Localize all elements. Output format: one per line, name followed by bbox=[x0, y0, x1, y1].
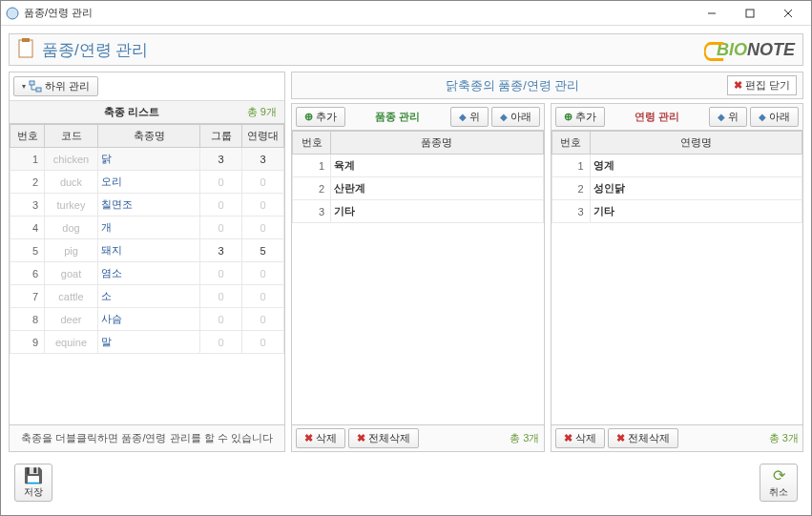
brand-logo: BIONOTE bbox=[699, 40, 795, 60]
age-down-button[interactable]: ◆아래 bbox=[750, 107, 799, 127]
table-row[interactable]: 6goat염소00 bbox=[10, 262, 284, 285]
breed-footer: ✖삭제 ✖전체삭제 총 3개 bbox=[292, 424, 544, 451]
age-grid[interactable]: 번호 연령명 1영계2성인닭3기타 bbox=[552, 131, 803, 424]
age-footer: ✖삭제 ✖전체삭제 총 3개 bbox=[552, 424, 803, 451]
breed-title: 품종 관리 bbox=[375, 110, 420, 124]
x-icon: ✖ bbox=[616, 432, 625, 444]
page-title-icon bbox=[17, 38, 36, 61]
bottom-bar: 💾 저장 ⟳ 취소 bbox=[9, 458, 803, 507]
page-title-text: 품종/연령 관리 bbox=[42, 39, 148, 61]
breed-up-button[interactable]: ◆위 bbox=[450, 107, 489, 127]
breed-toolbar: ⊕추가 품종 관리 ◆위 ◆아래 bbox=[292, 104, 544, 131]
save-button[interactable]: 💾 저장 bbox=[14, 464, 52, 502]
x-icon: ✖ bbox=[304, 432, 313, 444]
titlebar: 품종/연령 관리 bbox=[1, 1, 811, 26]
x-icon: ✖ bbox=[357, 432, 365, 444]
table-row[interactable]: 9equine말00 bbox=[10, 331, 284, 354]
col-group[interactable]: 그룹 bbox=[200, 125, 242, 148]
breed-delete-button[interactable]: ✖삭제 bbox=[296, 428, 345, 448]
sub-panels: ⊕추가 품종 관리 ◆위 ◆아래 번호 품종명 1육계2산란계3기타 bbox=[291, 103, 803, 452]
col-code[interactable]: 코드 bbox=[45, 125, 98, 148]
age-add-button[interactable]: ⊕추가 bbox=[555, 107, 605, 127]
breed-delete-all-button[interactable]: ✖전체삭제 bbox=[348, 428, 419, 448]
refresh-icon: ⟳ bbox=[773, 466, 785, 485]
breed-panel: ⊕추가 품종 관리 ◆위 ◆아래 번호 품종명 1육계2산란계3기타 bbox=[291, 103, 545, 452]
close-button[interactable] bbox=[769, 2, 807, 25]
tree-icon bbox=[29, 80, 42, 93]
breed-count: 총 3개 bbox=[510, 431, 539, 445]
age-delete-all-button[interactable]: ✖전체삭제 bbox=[608, 428, 678, 448]
table-row[interactable]: 3turkey칠면조00 bbox=[10, 194, 284, 217]
age-up-button[interactable]: ◆위 bbox=[709, 107, 747, 127]
table-row[interactable]: 3기타 bbox=[552, 200, 802, 223]
table-row[interactable]: ▶1chicken닭33 bbox=[10, 148, 284, 171]
minimize-button[interactable] bbox=[693, 2, 731, 25]
table-row[interactable]: 2duck오리00 bbox=[10, 171, 284, 194]
age-count: 총 3개 bbox=[769, 431, 799, 445]
content: 품종/연령 관리 BIONOTE ▾ 하위 관리 축종 리스트 총 9개 bbox=[1, 26, 811, 515]
table-row[interactable]: 2성인닭 bbox=[552, 177, 802, 200]
table-row[interactable]: 7cattle소00 bbox=[10, 285, 284, 308]
table-row[interactable]: 1육계 bbox=[293, 155, 544, 177]
right-header-title: 닭축종의 품종/연령 관리 bbox=[298, 77, 727, 94]
col-no[interactable]: 번호 bbox=[10, 125, 45, 148]
window-title: 품종/연령 관리 bbox=[24, 6, 693, 20]
svg-rect-2 bbox=[746, 10, 754, 17]
col-name[interactable]: 축종명 bbox=[98, 125, 200, 148]
breed-add-button[interactable]: ⊕추가 bbox=[296, 107, 345, 127]
sub-manage-label: 하위 관리 bbox=[45, 79, 90, 93]
maximize-button[interactable] bbox=[731, 2, 769, 25]
close-edit-button[interactable]: ✖ 편집 닫기 bbox=[727, 75, 797, 95]
age-toolbar: ⊕추가 연령 관리 ◆위 ◆아래 bbox=[552, 104, 803, 131]
table-row[interactable]: 8deer사슴00 bbox=[10, 308, 284, 331]
species-title-row: 축종 리스트 총 9개 bbox=[10, 101, 284, 124]
breed-grid[interactable]: 번호 품종명 1육계2산란계3기타 bbox=[292, 131, 544, 424]
page-title: 품종/연령 관리 bbox=[17, 38, 148, 61]
app-window: 품종/연령 관리 품종/연령 관리 BIONOTE ▾ 하위 관리 bbox=[0, 0, 812, 516]
plus-icon: ⊕ bbox=[304, 111, 313, 123]
chevron-up-icon: ◆ bbox=[459, 112, 467, 122]
species-grid[interactable]: 번호 코드 축종명 그룹 연령대 ▶1chicken닭332duck오리003t… bbox=[10, 124, 284, 424]
age-col-name[interactable]: 연령명 bbox=[590, 132, 802, 155]
sub-manage-button[interactable]: ▾ 하위 관리 bbox=[13, 76, 98, 96]
species-hint: 축종을 더블클릭하면 품종/연령 관리를 할 수 있습니다 bbox=[10, 424, 284, 451]
close-icon: ✖ bbox=[734, 79, 742, 92]
dropdown-arrow-icon: ▾ bbox=[22, 82, 26, 91]
breed-col-name[interactable]: 품종명 bbox=[331, 132, 544, 155]
svg-rect-8 bbox=[36, 88, 41, 92]
breed-col-no[interactable]: 번호 bbox=[293, 132, 331, 155]
close-edit-label: 편집 닫기 bbox=[745, 78, 790, 93]
age-col-no[interactable]: 번호 bbox=[552, 132, 590, 155]
species-panel: ▾ 하위 관리 축종 리스트 총 9개 번호 코드 축종명 bbox=[9, 72, 285, 452]
main-area: ▾ 하위 관리 축종 리스트 총 9개 번호 코드 축종명 bbox=[9, 72, 803, 452]
species-list-title: 축종 리스트 bbox=[17, 105, 247, 119]
svg-rect-5 bbox=[19, 40, 32, 57]
breed-down-button[interactable]: ◆아래 bbox=[491, 107, 540, 127]
sub-toolbar: ▾ 하위 관리 bbox=[10, 72, 284, 101]
table-row[interactable]: 3기타 bbox=[293, 200, 544, 223]
age-title: 연령 관리 bbox=[635, 110, 679, 124]
x-icon: ✖ bbox=[564, 432, 573, 444]
svg-rect-6 bbox=[22, 38, 30, 42]
header-row: 품종/연령 관리 BIONOTE bbox=[9, 33, 803, 66]
chevron-down-icon: ◆ bbox=[759, 112, 766, 122]
table-row[interactable]: 4dog개00 bbox=[10, 217, 284, 239]
svg-point-0 bbox=[7, 8, 18, 19]
table-row[interactable]: 5pig돼지35 bbox=[10, 239, 284, 262]
age-delete-button[interactable]: ✖삭제 bbox=[555, 428, 605, 448]
chevron-down-icon: ◆ bbox=[500, 112, 508, 122]
age-panel: ⊕추가 연령 관리 ◆위 ◆아래 번호 연령명 1영계2성인닭3기타 bbox=[551, 103, 804, 452]
cancel-button[interactable]: ⟳ 취소 bbox=[760, 464, 798, 502]
col-age[interactable]: 연령대 bbox=[242, 125, 284, 148]
species-count: 총 9개 bbox=[247, 105, 277, 119]
right-panel: 닭축종의 품종/연령 관리 ✖ 편집 닫기 ⊕추가 품종 관리 ◆위 bbox=[291, 72, 803, 452]
save-icon: 💾 bbox=[24, 466, 43, 485]
app-icon bbox=[5, 6, 20, 21]
table-row[interactable]: 1영계 bbox=[552, 155, 802, 177]
chevron-up-icon: ◆ bbox=[718, 112, 725, 122]
right-header: 닭축종의 품종/연령 관리 ✖ 편집 닫기 bbox=[291, 72, 803, 99]
plus-icon: ⊕ bbox=[564, 111, 573, 123]
svg-rect-7 bbox=[30, 81, 34, 85]
brand-arc-icon bbox=[703, 42, 723, 61]
table-row[interactable]: 2산란계 bbox=[293, 177, 544, 200]
